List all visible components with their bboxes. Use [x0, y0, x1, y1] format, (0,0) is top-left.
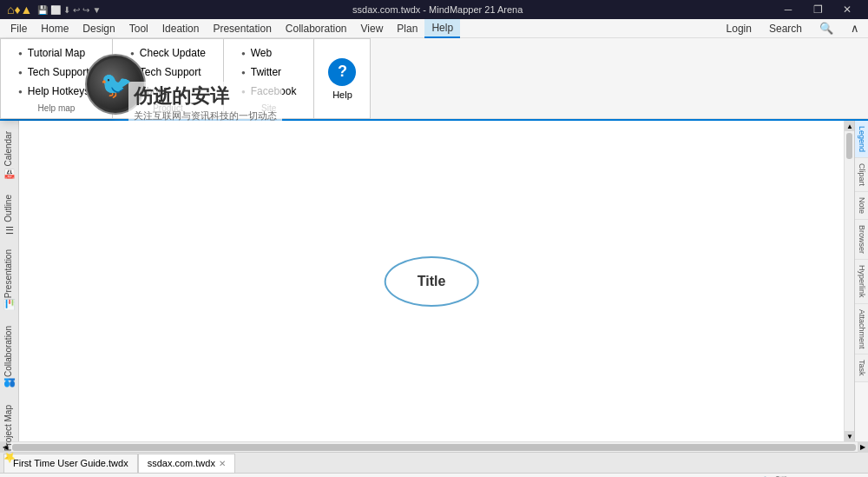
title-bar-title: ssdax.com.twdx - MindMapper 21 Arena — [101, 4, 774, 15]
menu-item-design[interactable]: Design — [76, 19, 122, 38]
menu-item-view[interactable]: View — [354, 19, 391, 38]
menu-item-file[interactable]: File — [3, 19, 34, 38]
menu-item-help[interactable]: Help — [424, 19, 460, 38]
scroll-right-arrow[interactable]: ▶ — [858, 442, 868, 453]
menu-item-tool[interactable]: Tool — [122, 19, 155, 38]
right-sidebar: Legend Clipart Note Browser Hyperlink At… — [854, 121, 868, 441]
right-tab-legend[interactable]: Legend — [855, 121, 868, 158]
ribbon: ● Tutorial Map ● Tech Support ● Help Hot… — [0, 38, 868, 121]
sidebar-tab-projectmap[interactable]: ⭐ Project Map — [0, 398, 18, 471]
expand-icon[interactable]: ∧ — [845, 20, 865, 36]
cn-text-overlay: 伤逝的安详 关注互联网与资讯科技的一切动态 — [128, 82, 282, 124]
sidebar-tab-outline[interactable]: ☰ Outline — [0, 188, 18, 242]
search-button[interactable]: Search — [764, 21, 807, 36]
presentation-icon: 📊 — [3, 300, 14, 311]
outline-icon: ☰ — [3, 223, 14, 235]
h-scrollbar-thumb[interactable] — [12, 444, 856, 451]
right-tab-note[interactable]: Note — [855, 192, 868, 220]
right-tab-hyperlink[interactable]: Hyperlink — [855, 260, 868, 304]
sidebar-tab-collaboration[interactable]: 👥 Collaboration — [0, 319, 18, 397]
tab-first-time-guide[interactable]: First Time User Guide.twdx — [3, 454, 138, 473]
right-tab-browser[interactable]: Browser — [855, 220, 868, 260]
menu-item-plan[interactable]: Plan — [390, 19, 424, 38]
right-tab-attachment[interactable]: Attachment — [855, 304, 868, 355]
title-bar-icons: 💾 ⬜ ⬇ ↩ ↪ ▼ — [37, 5, 101, 15]
tab-close-icon[interactable]: ✕ — [219, 459, 226, 468]
tab-bar: First Time User Guide.twdx ssdax.com.twd… — [0, 452, 868, 473]
title-bar-controls: ─ ❐ ✕ — [774, 0, 861, 19]
tab-ssdax[interactable]: ssdax.com.twdx ✕ — [138, 454, 235, 473]
title-bar: ⌂♦▲ 💾 ⬜ ⬇ ↩ ↪ ▼ ssdax.com.twdx - MindMap… — [0, 0, 868, 19]
projectmap-icon: ⭐ — [3, 454, 14, 465]
sidebar-tab-calendar[interactable]: 📅 Calendar — [0, 124, 18, 187]
canvas-area[interactable]: Title — [19, 121, 844, 441]
minimize-button[interactable]: ─ — [774, 0, 802, 19]
search-icon[interactable]: 🔍 — [814, 20, 838, 36]
menu-bar: File Home Design Tool Ideation Presentat… — [0, 19, 868, 38]
v-scrollbar-thumb[interactable] — [846, 133, 852, 159]
app-body: 📅 Calendar ☰ Outline 📊 Presentation 👥 Co… — [0, 121, 868, 441]
help-circle-icon: ? — [328, 58, 356, 86]
right-tab-clipart[interactable]: Clipart — [855, 158, 868, 192]
menu-item-home[interactable]: Home — [34, 19, 76, 38]
cn-subtitle: 关注互联网与资讯科技的一切动态 — [134, 109, 277, 123]
menu-item-presentation[interactable]: Presentation — [206, 19, 278, 38]
right-tab-task[interactable]: Task — [855, 354, 868, 382]
restore-button[interactable]: ❐ — [804, 0, 832, 19]
menu-bar-right: Login Search 🔍 ∧ — [721, 20, 865, 36]
calendar-icon: 📅 — [3, 169, 14, 180]
status-bar: FOR HELP, PRESS F1 NUM 🖥 📋 💾 📁 100% − + — [0, 473, 868, 477]
web-item[interactable]: ● Web — [231, 44, 282, 62]
login-button[interactable]: Login — [721, 21, 757, 36]
menu-item-ideation[interactable]: Ideation — [155, 19, 207, 38]
app-logo-icon: ⌂♦▲ — [7, 3, 32, 17]
h-scrollbar[interactable]: ◀ ▶ — [0, 441, 868, 452]
v-scrollbar[interactable]: ▲ ▼ — [844, 121, 854, 441]
sidebar-tab-presentation[interactable]: 📊 Presentation — [0, 242, 18, 318]
help-large-button[interactable]: ? Help — [314, 38, 371, 119]
title-bar-left: ⌂♦▲ 💾 ⬜ ⬇ ↩ ↪ ▼ — [7, 3, 101, 17]
twitter-item[interactable]: ● Twitter — [231, 63, 292, 81]
close-button[interactable]: ✕ — [833, 0, 861, 19]
left-sidebar: 📅 Calendar ☰ Outline 📊 Presentation 👥 Co… — [0, 121, 19, 441]
cn-title: 伤逝的安详 — [134, 83, 277, 109]
menu-item-collaboration[interactable]: Collaboration — [279, 19, 354, 38]
mind-map-title-node[interactable]: Title — [385, 256, 479, 307]
collaboration-icon: 👥 — [3, 379, 14, 390]
tutorial-map-item[interactable]: ● Tutorial Map — [8, 44, 95, 62]
